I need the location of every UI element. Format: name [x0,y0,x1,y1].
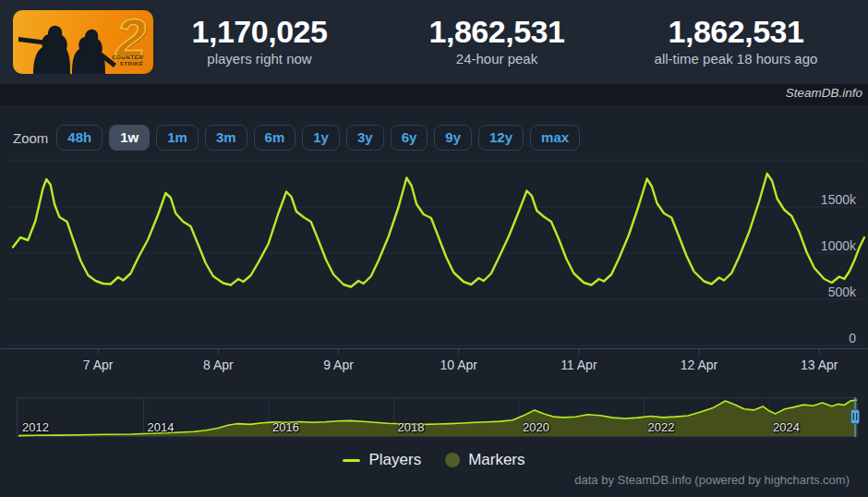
x-axis-label: 12 Apr [667,358,731,372]
zoom-button-1w[interactable]: 1w [109,125,150,151]
y-axis-label-1000k: 1000k [791,238,856,253]
range-navigator[interactable] [0,395,868,439]
zoom-button-max[interactable]: max [530,125,580,151]
navigator-year-label-2012: 2012 [22,420,49,434]
zoom-button-1m[interactable]: 1m [156,125,199,151]
zoom-label: Zoom [13,130,48,146]
brand-bar: SteamDB.info [0,84,868,105]
legend-item-players[interactable]: Players [343,451,421,469]
navigator-handle[interactable] [851,410,860,424]
zoom-button-48h[interactable]: 48h [56,125,102,151]
y-axis-label-0: 0 [791,331,856,345]
zoom-button-3y[interactable]: 3y [346,125,384,151]
zoom-button-6y[interactable]: 6y [391,125,428,151]
x-axis-label: 11 Apr [547,358,611,372]
stat-alltime-peak-label: all-time peak 18 hours ago [588,51,868,67]
credit-text: data by SteamDB.info (powered by highcha… [574,473,850,487]
y-axis-label-1500k: 1500k [791,192,856,207]
x-axis-label: 7 Apr [66,358,130,372]
navigator-year-label-2014: 2014 [148,420,175,434]
x-axis-label: 10 Apr [427,358,491,372]
navigator-year-label-2018: 2018 [398,420,425,434]
steamdb-chart-page: 2 COUNTER STRIKE 1,170,025 players right… [0,0,868,497]
x-axis-label: 13 Apr [787,358,851,372]
x-axis-label: 8 Apr [186,358,250,372]
zoom-button-12y[interactable]: 12y [478,125,524,151]
chart-legend: Players Markers [0,451,868,469]
legend-item-markers[interactable]: Markers [445,451,524,469]
zoom-button-9y[interactable]: 9y [434,125,472,151]
x-axis-label: 9 Apr [307,358,371,372]
zoom-button-6m[interactable]: 6m [254,125,296,151]
zoom-toolbar: Zoom 48h1w1m3m6m1y3y6y9y12ymax [13,125,586,151]
stat-alltime-peak: 1,862,531 all-time peak 18 hours ago [588,15,868,67]
zoom-button-1y[interactable]: 1y [302,125,340,151]
navigator-area [18,400,857,436]
players-week-chart[interactable] [0,157,868,356]
navigator-year-label-2020: 2020 [523,420,549,434]
y-axis-label-500k: 500k [791,285,856,299]
navigator-year-label-2016: 2016 [272,420,299,434]
navigator-year-label-2024: 2024 [773,420,800,434]
header: 2 COUNTER STRIKE 1,170,025 players right… [0,0,868,84]
zoom-button-3m[interactable]: 3m [205,125,247,151]
zoom-button-group: 48h1w1m3m6m1y3y6y9y12ymax [56,125,586,151]
players-line-swatch [343,459,360,462]
steamdb-link[interactable]: SteamDB.info [786,86,862,100]
markers-circle-swatch [445,453,460,467]
stat-alltime-peak-value: 1,862,531 [588,15,868,48]
players-series-line [13,174,864,287]
navigator-year-label-2022: 2022 [648,420,675,434]
